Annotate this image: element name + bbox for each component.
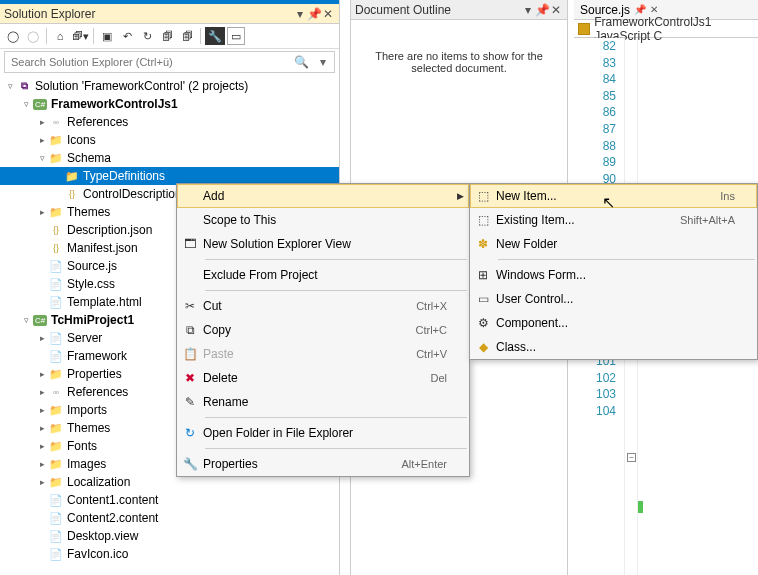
search-icon[interactable]: 🔍	[290, 55, 312, 69]
ref-icon	[48, 385, 64, 399]
menu-label: Paste	[203, 347, 416, 361]
menu-item[interactable]: ⊞Windows Form...	[470, 263, 757, 287]
menu-item[interactable]: ⧉CopyCtrl+C	[177, 318, 469, 342]
file-icon	[48, 529, 64, 543]
tree-label: Source.js	[67, 259, 117, 273]
file-icon	[48, 511, 64, 525]
tree-label: Localization	[67, 475, 130, 489]
code-nav-dropdown[interactable]: FrameworkControlJs1 JavaScript C	[574, 20, 758, 38]
tree-label: Themes	[67, 205, 110, 219]
menu-label: Scope to This	[203, 213, 447, 227]
menu-label: Cut	[203, 299, 416, 313]
collapse-icon[interactable]: ↶	[118, 27, 136, 45]
menu-item[interactable]: ✎Rename	[177, 390, 469, 414]
tree-label: References	[67, 385, 128, 399]
menu-item[interactable]: Exclude From Project	[177, 263, 469, 287]
tree-label: Images	[67, 457, 106, 471]
menu-item[interactable]: ↻Open Folder in File Explorer	[177, 421, 469, 445]
search-dropdown-icon[interactable]: ▾	[312, 55, 334, 69]
menu-label: New Item...	[496, 189, 720, 203]
menu-label: Component...	[496, 316, 735, 330]
menu-item[interactable]: ◆Class...	[470, 335, 757, 359]
expander-icon[interactable]: ▸	[36, 117, 48, 127]
menu-icon: ✽	[470, 237, 496, 251]
panel-title: Solution Explorer	[4, 7, 293, 21]
brace-icon	[64, 187, 80, 201]
menu-item[interactable]: ⬚Existing Item...Shift+Alt+A	[470, 208, 757, 232]
menu-item[interactable]: ⚙Component...	[470, 311, 757, 335]
expander-icon[interactable]: ▸	[36, 441, 48, 451]
tree-node[interactable]: ▸Icons	[0, 131, 339, 149]
menu-item[interactable]: 🗔New Solution Explorer View	[177, 232, 469, 256]
expander-icon[interactable]: ▸	[36, 369, 48, 379]
solution-node[interactable]: ▿ Solution 'FrameworkControl' (2 project…	[0, 77, 339, 95]
pin-icon[interactable]: 📌	[535, 3, 549, 17]
close-tab-icon[interactable]: ✕	[650, 4, 658, 15]
forward-icon[interactable]: ◯	[24, 27, 42, 45]
tree-node[interactable]: ▿FrameworkControlJs1	[0, 95, 339, 113]
tree-node[interactable]: ▸References	[0, 113, 339, 131]
search-input[interactable]	[5, 56, 290, 68]
expander-icon[interactable]: ▸	[36, 387, 48, 397]
line-number: 83	[574, 55, 616, 72]
line-number: 85	[574, 88, 616, 105]
line-number: 84	[574, 71, 616, 88]
folder-icon	[64, 169, 80, 183]
tree-label: Icons	[67, 133, 96, 147]
solution-icon	[16, 79, 32, 93]
toggle-icon[interactable]: 🗊▾	[71, 27, 89, 45]
menu-icon: ✂	[177, 299, 203, 313]
brace-icon	[48, 223, 64, 237]
panel-dropdown-icon[interactable]: ▾	[293, 7, 307, 21]
expander-icon[interactable]: ▸	[36, 405, 48, 415]
menu-item[interactable]: ⬚New Item...Ins	[470, 184, 757, 208]
tree-node[interactable]: Content1.content	[0, 491, 339, 509]
panel-dropdown-icon[interactable]: ▾	[521, 3, 535, 17]
tree-node[interactable]: Content2.content	[0, 509, 339, 527]
expander-icon[interactable]: ▸	[36, 477, 48, 487]
sync-icon[interactable]: ▣	[98, 27, 116, 45]
close-icon[interactable]: ✕	[321, 7, 335, 21]
menu-icon: 📋	[177, 347, 203, 361]
menu-item[interactable]: ▭User Control...	[470, 287, 757, 311]
tree-label: FrameworkControlJs1	[51, 97, 178, 111]
expander-icon[interactable]: ▿	[20, 99, 32, 109]
tree-node[interactable]: Desktop.view	[0, 527, 339, 545]
properties-icon[interactable]: 🔧	[205, 27, 225, 45]
menu-icon: ◆	[470, 340, 496, 354]
menu-item[interactable]: Scope to This	[177, 208, 469, 232]
fold-box-icon[interactable]: −	[627, 453, 636, 462]
menu-label: Properties	[203, 457, 401, 471]
expander-icon[interactable]: ▿	[20, 315, 32, 325]
home-icon[interactable]: ⌂	[51, 27, 69, 45]
menu-item[interactable]: ✂CutCtrl+X	[177, 294, 469, 318]
refresh-icon[interactable]: ↻	[138, 27, 156, 45]
search-box[interactable]: 🔍 ▾	[4, 51, 335, 73]
menu-item[interactable]: ✖DeleteDel	[177, 366, 469, 390]
expander-icon[interactable]: ▸	[36, 333, 48, 343]
expander-icon[interactable]: ▿	[36, 153, 48, 163]
expander-icon[interactable]: ▸	[36, 207, 48, 217]
menu-separator	[498, 259, 755, 260]
tree-node[interactable]: FavIcon.ico	[0, 545, 339, 563]
tree-label: Style.css	[67, 277, 115, 291]
showall-icon[interactable]: 🗐	[158, 27, 176, 45]
close-icon[interactable]: ✕	[549, 3, 563, 17]
pin-icon[interactable]: 📌	[307, 7, 321, 21]
menu-item[interactable]: 🔧PropertiesAlt+Enter	[177, 452, 469, 476]
copy-icon[interactable]: 🗐	[178, 27, 196, 45]
tree-node[interactable]: ▿Schema	[0, 149, 339, 167]
preview-icon[interactable]: ▭	[227, 27, 245, 45]
expander-icon[interactable]: ▸	[36, 423, 48, 433]
expander-icon[interactable]: ▿	[4, 81, 16, 91]
pin-tab-icon[interactable]: 📌	[634, 4, 646, 15]
back-icon[interactable]: ◯	[4, 27, 22, 45]
brace-icon	[48, 241, 64, 255]
expander-icon[interactable]: ▸	[36, 459, 48, 469]
file-icon	[48, 331, 64, 345]
menu-label: Rename	[203, 395, 447, 409]
menu-item[interactable]: Add▶	[177, 184, 469, 208]
expander-icon[interactable]: ▸	[36, 135, 48, 145]
menu-item[interactable]: ✽New Folder	[470, 232, 757, 256]
menu-separator	[205, 259, 467, 260]
